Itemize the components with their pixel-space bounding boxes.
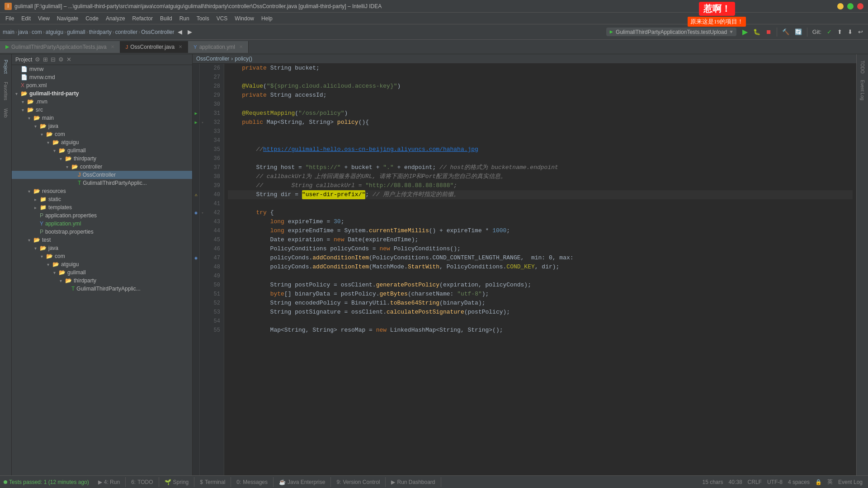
gutter-cell-47[interactable]: ◉ — [193, 253, 199, 263]
status-tab-java-enterprise[interactable]: ☕ Java Enterprise — [274, 477, 331, 487]
panel-collapse-icon[interactable]: ⊟ — [51, 56, 56, 63]
menu-vcs[interactable]: VCS — [213, 14, 231, 23]
tree-item-gulimall[interactable]: ▾📂gulimall — [12, 146, 192, 155]
code-line-49[interactable] — [228, 272, 853, 281]
tree-item-atguigu[interactable]: ▾📂atguigu — [12, 138, 192, 146]
code-line-29[interactable]: private String accessId; — [228, 91, 853, 100]
menu-edit[interactable]: Edit — [18, 14, 34, 23]
code-line-43[interactable]: long expireTime = 30; — [228, 217, 853, 226]
code-line-41[interactable] — [228, 199, 853, 208]
menu-help[interactable]: Help — [258, 14, 276, 23]
run-button[interactable]: ▶ — [740, 26, 750, 38]
project-panel-btn[interactable]: Project — [2, 56, 9, 77]
vcs-check[interactable]: ✓ — [825, 27, 834, 37]
tab-close-tests[interactable]: ✕ — [111, 44, 114, 49]
status-tab-terminal[interactable]: $ Terminal — [194, 477, 231, 487]
tab-tests[interactable]: ▶ GulimallThirdPartyApplicationTests.jav… — [0, 41, 120, 53]
gutter-cell-40[interactable]: ⚠ — [193, 190, 199, 199]
menu-refactor[interactable]: Refactor — [129, 14, 156, 23]
code-line-26[interactable]: private String bucket; — [228, 64, 853, 73]
tree-item-com[interactable]: ▾📂com — [12, 252, 192, 260]
encoding[interactable]: UTF-8 — [767, 479, 783, 485]
tree-item-test[interactable]: ▾📂test — [12, 236, 192, 244]
menu-window[interactable]: Window — [231, 14, 258, 23]
tree-item-com[interactable]: ▾📂com — [12, 130, 192, 138]
vcs-pull[interactable]: ⬇ — [845, 27, 855, 37]
tree-item-thirdparty[interactable]: ▾📂thirdparty — [12, 155, 192, 163]
gutter-cell-42[interactable]: ◉ — [193, 208, 199, 217]
code-line-45[interactable]: Date expiration = new Date(expireEndTime… — [228, 235, 853, 244]
tree-item-java[interactable]: ▾📂java — [12, 244, 192, 252]
menu-tools[interactable]: Tools — [193, 14, 213, 23]
code-line-33[interactable] — [228, 127, 853, 136]
vcs-push[interactable]: ⬆ — [835, 27, 844, 37]
vcs-revert[interactable]: ↩ — [856, 27, 865, 37]
code-line-55[interactable]: Map<String, String> resoMap = new Linked… — [228, 326, 853, 335]
status-tab-run-dashboard[interactable]: ▶ Run Dashboard — [386, 477, 441, 487]
event-log-status[interactable]: Event Log — [838, 479, 863, 485]
indent[interactable]: 4 spaces — [788, 479, 810, 485]
code-line-52[interactable]: String encodedPolicy = BinaryUtil.toBase… — [228, 299, 853, 308]
code-line-50[interactable]: String postPolicy = ossClient.generatePo… — [228, 281, 853, 290]
code-line-48[interactable]: policyConds.addConditionItem(MatchMode.S… — [228, 263, 853, 272]
tree-item-mvnw[interactable]: 📄mvnw — [12, 65, 192, 73]
tree-item-static[interactable]: ▸📁static — [12, 195, 192, 203]
panel-expand-icon[interactable]: ⊞ — [43, 56, 48, 63]
code-line-31[interactable]: @RequestMapping("/oss/policy") — [228, 109, 853, 118]
git-button[interactable]: Git: — [810, 27, 824, 37]
panel-gear-icon[interactable]: ⚙ — [58, 56, 64, 63]
gutter-cell-32[interactable]: ▶ — [193, 118, 199, 127]
code-line-44[interactable]: long expireEndTime = System.currentTimeM… — [228, 226, 853, 235]
code-line-54[interactable] — [228, 317, 853, 326]
tab-close-yml[interactable]: ✕ — [239, 44, 243, 49]
tree-item-main[interactable]: ▾📂main — [12, 114, 192, 122]
code-line-40[interactable]: String dir = "user-dir-prefix/"; // 用户上传… — [228, 190, 853, 199]
build-button[interactable]: 🔨 — [780, 27, 792, 37]
fold-cell-42[interactable]: ▾ — [200, 208, 205, 217]
minimize-button[interactable] — [837, 3, 844, 9]
fold-cell-32[interactable]: ▾ — [200, 118, 205, 127]
tree-item-thirdparty[interactable]: ▾📂thirdparty — [12, 277, 192, 285]
code-line-53[interactable]: String postSignature = ossClient.calcula… — [228, 308, 853, 317]
gutter-cell-31[interactable]: ▶ — [193, 109, 199, 118]
tree-item-bootstrap-properties[interactable]: Pbootstrap.properties — [12, 228, 192, 236]
code-line-51[interactable]: byte[] binaryData = postPolicy.getBytes(… — [228, 290, 853, 299]
tree-item-resources[interactable]: ▾📂resources — [12, 187, 192, 195]
status-tab-run[interactable]: ▶ 4: Run — [93, 477, 126, 487]
code-line-36[interactable] — [228, 154, 853, 163]
tree-item-controller[interactable]: ▾📂controller — [12, 163, 192, 171]
maximize-button[interactable] — [847, 3, 854, 9]
status-tab-messages[interactable]: 0: Messages — [231, 477, 274, 487]
code-line-32[interactable]: public Map<String, String> policy(){ — [228, 118, 853, 127]
tree-item-gulimallthirdpartyapplic---[interactable]: TGulimallThirdPartyApplic... — [12, 179, 192, 187]
tree-item-gulimall[interactable]: ▾📂gulimall — [12, 268, 192, 277]
back-button[interactable]: ◀ — [175, 27, 184, 37]
panel-settings-icon[interactable]: ⚙ — [35, 56, 40, 63]
tab-close-osscontroller[interactable]: ✕ — [179, 44, 182, 49]
code-content[interactable]: private String bucket; @Value("${spring.… — [224, 64, 856, 475]
tree-item-mvnw-cmd[interactable]: 📄mvnw.cmd — [12, 73, 192, 81]
code-line-39[interactable]: // String callbackUrl = "http://88.88.88… — [228, 181, 853, 190]
menu-navigate[interactable]: Navigate — [53, 14, 82, 23]
code-line-46[interactable]: PolicyConditions policyConds = new Polic… — [228, 244, 853, 253]
run-config-dropdown[interactable]: ▶ GulimallThirdPartyApplicationTests.tes… — [606, 28, 736, 36]
code-scroll[interactable]: ▶▶⚠◉◉ ▾▾ 2627282930313233343536373839404… — [193, 64, 856, 475]
tree-item-gulimall-third-party[interactable]: ▾📂gulimall-third-party — [12, 89, 192, 98]
menu-view[interactable]: View — [34, 14, 53, 23]
code-line-37[interactable]: String host = "https://" + bucket + "." … — [228, 163, 853, 172]
tab-osscontroller[interactable]: J OssController.java ✕ — [120, 41, 189, 53]
code-line-47[interactable]: policyConds.addConditionItem(PolicyCondi… — [228, 253, 853, 263]
tree-item-atguigu[interactable]: ▾📂atguigu — [12, 260, 192, 268]
stop-button[interactable]: ⏹ — [764, 27, 774, 37]
code-line-42[interactable]: try { — [228, 208, 853, 217]
tree-item--mvn[interactable]: ▾📂.mvn — [12, 98, 192, 106]
tree-item-pom-xml[interactable]: Xpom.xml — [12, 81, 192, 89]
menu-code[interactable]: Code — [82, 14, 102, 23]
menu-file[interactable]: File — [2, 14, 18, 23]
status-tab-todo[interactable]: 6: TODO — [126, 477, 159, 487]
status-tab-spring[interactable]: 🌱 Spring — [159, 477, 195, 487]
tree-item-osscontroller[interactable]: JOssController — [12, 171, 192, 179]
tree-item-application-properties[interactable]: Papplication.properties — [12, 211, 192, 220]
code-line-35[interactable]: //https://gulimall-hello.oss-cn-beijing.… — [228, 145, 853, 154]
code-line-27[interactable] — [228, 73, 853, 82]
